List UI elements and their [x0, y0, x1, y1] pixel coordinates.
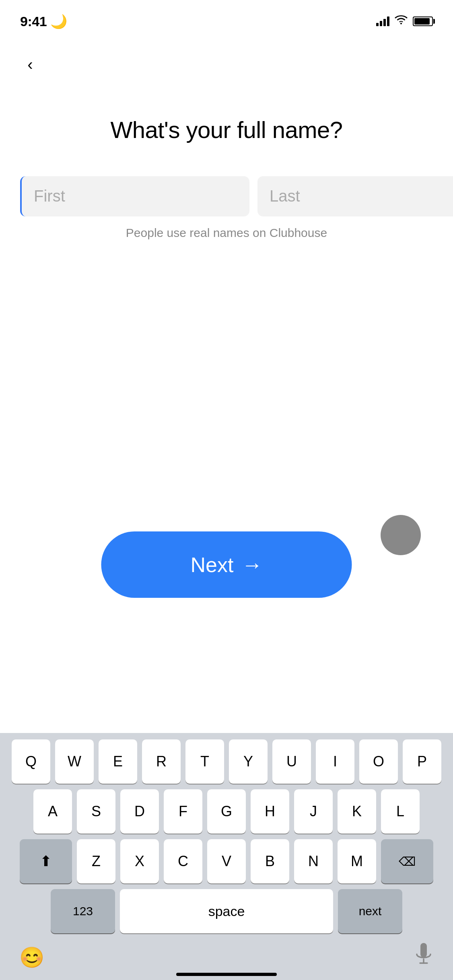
emoji-key[interactable]: 😊 [19, 946, 44, 969]
key-g[interactable]: G [207, 789, 246, 834]
page-title: What's your full name? [20, 116, 433, 144]
gray-circle-decoration [381, 515, 421, 555]
keyboard-row-2: A S D F G H J K L [3, 789, 450, 834]
keyboard-row-3: ⬆ Z X C V B N M ⌫ [3, 839, 450, 883]
key-y[interactable]: Y [229, 739, 268, 784]
signal-bars-icon [376, 16, 389, 26]
key-m[interactable]: M [338, 839, 376, 883]
key-c[interactable]: C [164, 839, 202, 883]
backspace-key[interactable]: ⌫ [381, 839, 433, 883]
helper-text: People use real names on Clubhouse [20, 226, 433, 240]
battery-icon [413, 16, 433, 26]
next-button-label: Next [191, 553, 234, 577]
space-key[interactable]: space [120, 889, 333, 933]
key-p[interactable]: P [403, 739, 441, 784]
key-v[interactable]: V [207, 839, 246, 883]
status-icons [376, 15, 433, 28]
keyboard: Q W E R T Y U I O P A S D F G H J K L ⬆ … [0, 733, 453, 980]
next-button[interactable]: Next → [101, 531, 352, 598]
key-t[interactable]: T [185, 739, 224, 784]
key-r[interactable]: R [142, 739, 181, 784]
name-input-row [20, 176, 433, 216]
first-name-input[interactable] [20, 176, 249, 216]
wifi-icon [394, 15, 408, 28]
shift-key[interactable]: ⬆ [20, 839, 72, 883]
key-n[interactable]: N [294, 839, 333, 883]
keyboard-row-4: 123 space next [3, 889, 450, 933]
key-z[interactable]: Z [77, 839, 115, 883]
key-x[interactable]: X [120, 839, 159, 883]
numbers-key[interactable]: 123 [51, 889, 115, 933]
key-i[interactable]: I [316, 739, 354, 784]
main-content: What's your full name? People use real n… [0, 35, 453, 240]
key-h[interactable]: H [251, 789, 289, 834]
next-keyboard-key[interactable]: next [338, 889, 402, 933]
key-s[interactable]: S [77, 789, 115, 834]
keyboard-row-1: Q W E R T Y U I O P [3, 739, 450, 784]
last-name-input[interactable] [257, 176, 453, 216]
status-bar: 9:41 🌙 [0, 0, 453, 35]
back-button[interactable]: ‹ [18, 52, 42, 76]
key-k[interactable]: K [338, 789, 376, 834]
svg-rect-0 [420, 943, 427, 957]
key-d[interactable]: D [120, 789, 159, 834]
home-indicator [176, 973, 277, 976]
next-arrow-icon: → [241, 553, 262, 577]
key-f[interactable]: F [164, 789, 202, 834]
status-time: 9:41 🌙 [20, 13, 67, 29]
key-e[interactable]: E [99, 739, 137, 784]
microphone-key[interactable] [414, 943, 434, 972]
key-j[interactable]: J [294, 789, 333, 834]
key-q[interactable]: Q [12, 739, 50, 784]
key-a[interactable]: A [33, 789, 72, 834]
key-l[interactable]: L [381, 789, 420, 834]
key-o[interactable]: O [359, 739, 398, 784]
back-chevron-icon: ‹ [27, 56, 33, 72]
key-b[interactable]: B [251, 839, 289, 883]
key-u[interactable]: U [272, 739, 311, 784]
key-w[interactable]: W [55, 739, 94, 784]
